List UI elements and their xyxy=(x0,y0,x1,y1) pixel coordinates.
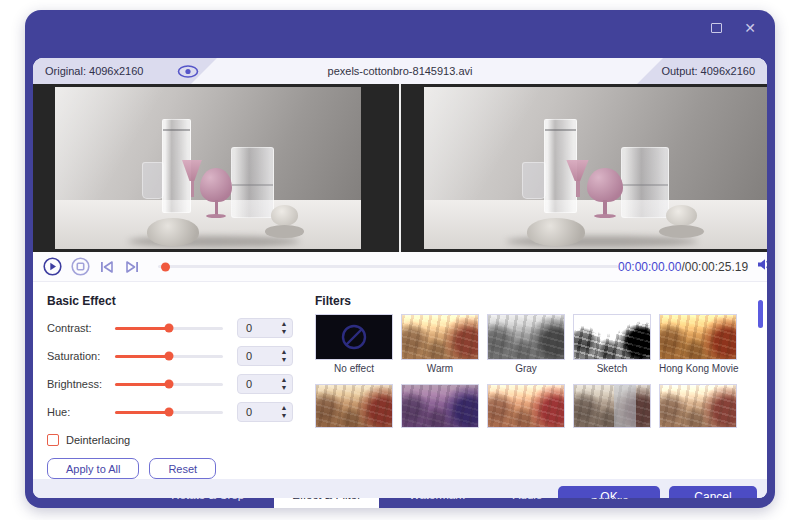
small-glass xyxy=(522,162,546,199)
contrast-label: Contrast: xyxy=(47,322,115,334)
filter-thumbnail xyxy=(487,384,565,428)
preview-area xyxy=(33,84,767,252)
spin-down-icon[interactable]: ▼ xyxy=(281,412,288,420)
wine-glass-stem xyxy=(191,181,194,197)
brightness-spinbox[interactable]: 0 ▲▼ xyxy=(237,374,293,394)
slider-handle[interactable] xyxy=(165,352,174,361)
saturation-row: Saturation: 0 ▲▼ xyxy=(47,342,305,370)
spin-down-icon[interactable]: ▼ xyxy=(281,328,288,336)
original-video-preview xyxy=(33,84,399,252)
hue-value: 0 xyxy=(238,406,276,418)
filter-thumbnail-8[interactable] xyxy=(487,384,565,428)
deinterlacing-label: Deinterlacing xyxy=(66,434,130,446)
goblet-stem xyxy=(215,200,219,215)
filter-sketch[interactable]: Sketch xyxy=(573,314,651,374)
sketch-thumbnail xyxy=(573,314,651,360)
stone xyxy=(527,218,585,246)
spin-up-icon[interactable]: ▲ xyxy=(281,320,288,328)
slider-fill xyxy=(115,327,169,330)
hue-slider[interactable] xyxy=(115,411,223,414)
reset-button[interactable]: Reset xyxy=(149,458,216,479)
filter-label: Gray xyxy=(487,363,565,374)
filters-row-1: No effect Warm Gray Sketch xyxy=(315,314,749,374)
window-controls: ✕ xyxy=(707,19,759,37)
slider-fill xyxy=(115,383,169,386)
ok-button[interactable]: OK xyxy=(558,486,660,498)
previous-frame-icon xyxy=(99,260,115,274)
contrast-slider[interactable] xyxy=(115,327,223,330)
filters-section: Filters No effect xyxy=(305,282,767,479)
filter-thumbnail-7[interactable] xyxy=(401,384,479,428)
filter-thumbnail-9[interactable] xyxy=(573,384,651,428)
basic-effect-title: Basic Effect xyxy=(47,294,305,308)
preview-visibility-toggle[interactable] xyxy=(177,65,199,78)
contrast-spinbox[interactable]: 0 ▲▼ xyxy=(237,318,293,338)
apply-to-all-button[interactable]: Apply to All xyxy=(47,458,139,479)
app-window: ✕ Rotate & Crop Effect & Filter Watermar… xyxy=(25,10,775,508)
spin-up-icon[interactable]: ▲ xyxy=(281,376,288,384)
seek-slider[interactable] xyxy=(158,265,618,268)
content-area: Original: 4096x2160 pexels-cottonbro-814… xyxy=(33,58,767,498)
playback-bar: 00:00:00.00/00:00:25.19 xyxy=(33,252,767,282)
filter-no-effect[interactable]: No effect xyxy=(315,314,393,374)
stone xyxy=(659,225,704,238)
eye-icon xyxy=(177,65,199,78)
info-strip: Original: 4096x2160 pexels-cottonbro-814… xyxy=(33,58,767,84)
hong-kong-movie-thumbnail xyxy=(659,314,737,360)
saturation-slider[interactable] xyxy=(115,355,223,358)
slider-handle[interactable] xyxy=(165,408,174,417)
filter-hong-kong-movie[interactable]: Hong Kong Movie xyxy=(659,314,737,374)
hue-spinbox[interactable]: 0 ▲▼ xyxy=(237,402,293,422)
filter-label: Sketch xyxy=(573,363,651,374)
pink-goblet xyxy=(200,168,232,202)
spin-up-icon[interactable]: ▲ xyxy=(281,404,288,412)
play-button[interactable] xyxy=(43,257,62,276)
brightness-slider[interactable] xyxy=(115,383,223,386)
cancel-button[interactable]: Cancel xyxy=(669,486,757,498)
settings-panel: Basic Effect Contrast: 0 ▲▼ Saturation: xyxy=(33,282,767,479)
brightness-value: 0 xyxy=(238,378,276,390)
previous-frame-button[interactable] xyxy=(99,260,115,274)
filter-thumbnail xyxy=(401,384,479,428)
stop-button[interactable] xyxy=(71,257,90,276)
maximize-icon xyxy=(711,23,722,33)
spin-down-icon[interactable]: ▼ xyxy=(281,384,288,392)
slider-handle[interactable] xyxy=(165,380,174,389)
filters-scrollbar[interactable] xyxy=(758,300,763,328)
spin-up-icon[interactable]: ▲ xyxy=(281,348,288,356)
volume-button[interactable] xyxy=(756,257,767,276)
deinterlacing-row: Deinterlacing xyxy=(47,432,305,448)
hue-row: Hue: 0 ▲▼ xyxy=(47,398,305,426)
seek-handle[interactable] xyxy=(161,262,170,271)
brightness-label: Brightness: xyxy=(47,378,115,390)
next-frame-button[interactable] xyxy=(124,260,140,274)
filter-thumbnail xyxy=(659,384,737,428)
pink-goblet xyxy=(587,168,623,202)
maximize-button[interactable] xyxy=(707,19,725,37)
filter-warm[interactable]: Warm xyxy=(401,314,479,374)
close-icon: ✕ xyxy=(744,20,756,36)
no-effect-thumbnail xyxy=(315,314,393,360)
filter-thumbnail-10[interactable] xyxy=(659,384,737,428)
saturation-spinbox[interactable]: 0 ▲▼ xyxy=(237,346,293,366)
slider-fill xyxy=(115,411,169,414)
filter-thumbnail-6[interactable] xyxy=(315,384,393,428)
spin-down-icon[interactable]: ▼ xyxy=(281,356,288,364)
output-resolution-label: Output: 4096x2160 xyxy=(661,65,755,77)
filter-label: Warm xyxy=(401,363,479,374)
gray-thumbnail xyxy=(487,314,565,360)
video-frame-original xyxy=(55,87,361,249)
original-resolution-tab: Original: 4096x2160 xyxy=(33,58,217,84)
low-glass xyxy=(231,147,274,218)
wine-glass-stem xyxy=(576,181,579,197)
close-button[interactable]: ✕ xyxy=(741,19,759,37)
goblet-stem xyxy=(603,200,607,215)
fade-overlay xyxy=(614,385,637,427)
filter-gray[interactable]: Gray xyxy=(487,314,565,374)
deinterlacing-checkbox[interactable] xyxy=(47,434,59,446)
time-display: 00:00:00.00/00:00:25.19 xyxy=(618,260,748,274)
original-resolution-label: Original: 4096x2160 xyxy=(45,65,143,77)
slider-fill xyxy=(115,355,169,358)
speaker-icon xyxy=(756,257,767,272)
slider-handle[interactable] xyxy=(165,324,174,333)
